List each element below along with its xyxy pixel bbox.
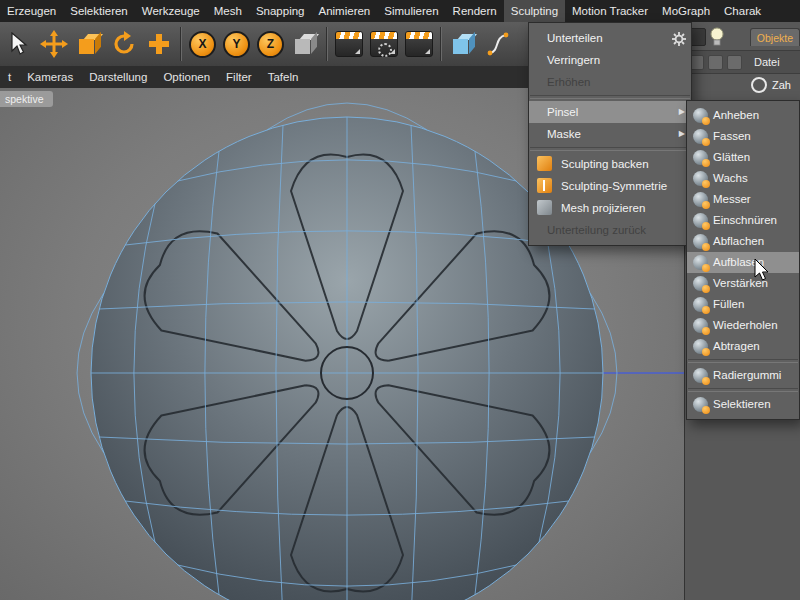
submenu-item-messer[interactable]: Messer bbox=[687, 189, 799, 210]
menu-separator bbox=[688, 388, 798, 392]
menu-item-unterteilen[interactable]: Unterteilen bbox=[529, 27, 691, 49]
glaetten-brush-icon bbox=[693, 150, 708, 165]
render-settings-icon[interactable] bbox=[370, 29, 398, 59]
menu-item-label: Pinsel bbox=[547, 106, 578, 118]
menu-item-label: Glätten bbox=[713, 151, 750, 163]
panel-menu-datei[interactable]: Datei bbox=[754, 56, 780, 68]
verstaerken-brush-icon bbox=[693, 276, 708, 291]
aufblasen-brush-icon bbox=[693, 255, 708, 270]
menu-selektieren[interactable]: Selektieren bbox=[63, 0, 135, 22]
viewport-menu-tafeln[interactable]: Tafeln bbox=[260, 66, 307, 88]
menu-separator bbox=[530, 95, 690, 99]
add-tool-icon[interactable] bbox=[145, 29, 173, 59]
toolbar-separator bbox=[440, 27, 442, 61]
coordinate-system-icon[interactable] bbox=[291, 29, 319, 59]
menu-item-unterteilung-zurueck[interactable]: Unterteilung zurück bbox=[529, 219, 691, 241]
render-view-icon[interactable] bbox=[335, 29, 363, 59]
scale-tool-icon[interactable] bbox=[75, 29, 103, 59]
menu-sculpting[interactable]: Sculpting bbox=[504, 0, 565, 22]
submenu-item-einschnueren[interactable]: Einschnüren bbox=[687, 210, 799, 231]
light-icon[interactable] bbox=[710, 27, 724, 47]
submenu-item-glaetten[interactable]: Glätten bbox=[687, 147, 799, 168]
submenu-item-wachs[interactable]: Wachs bbox=[687, 168, 799, 189]
panel-icon[interactable] bbox=[708, 55, 723, 70]
viewport-menu-filter[interactable]: Filter bbox=[218, 66, 260, 88]
tab-objekte[interactable]: Objekte bbox=[750, 28, 800, 46]
menu-werkzeuge[interactable]: Werkzeuge bbox=[135, 0, 207, 22]
menu-rendern[interactable]: Rendern bbox=[446, 0, 504, 22]
menu-item-label: Erhöhen bbox=[547, 76, 590, 88]
spline-pen-icon[interactable] bbox=[484, 29, 512, 59]
menu-separator bbox=[530, 147, 690, 151]
menu-item-label: Wachs bbox=[713, 172, 748, 184]
menu-erzeugen[interactable]: Erzeugen bbox=[0, 0, 63, 22]
viewport-menu-optionen[interactable]: Optionen bbox=[155, 66, 218, 88]
submenu-item-fassen[interactable]: Fassen bbox=[687, 126, 799, 147]
menu-item-label: Füllen bbox=[713, 298, 744, 310]
viewport-menu-ansicht[interactable]: t bbox=[0, 66, 19, 88]
submenu-item-selektieren[interactable]: Selektieren bbox=[687, 394, 799, 415]
project-mesh-icon bbox=[537, 200, 552, 215]
menu-mograph[interactable]: MoGraph bbox=[655, 0, 717, 22]
move-tool-icon[interactable] bbox=[40, 29, 68, 59]
submenu-item-anheben[interactable]: Anheben bbox=[687, 105, 799, 126]
menubar: Erzeugen Selektieren Werkzeuge Mesh Snap… bbox=[0, 0, 800, 22]
menu-item-label: Selektieren bbox=[713, 398, 771, 410]
menu-item-label: Maske bbox=[547, 128, 581, 140]
menu-item-sculpting-backen[interactable]: Sculpting backen bbox=[529, 153, 691, 175]
submenu-arrow-icon: ▶ bbox=[679, 101, 685, 123]
object-list-item[interactable]: Zah bbox=[685, 74, 800, 96]
menu-item-label: Fassen bbox=[713, 130, 751, 142]
viewport-menu-darstellung[interactable]: Darstellung bbox=[81, 66, 155, 88]
radiergummi-brush-icon bbox=[693, 368, 708, 383]
submenu-item-abtragen[interactable]: Abtragen bbox=[687, 336, 799, 357]
menu-item-maske[interactable]: Maske ▶ bbox=[529, 123, 691, 145]
camera-label: spektive bbox=[0, 91, 53, 107]
menu-item-erhoehen[interactable]: Erhöhen bbox=[529, 71, 691, 93]
abflachen-brush-icon bbox=[693, 234, 708, 249]
menu-item-mesh-projizieren[interactable]: Mesh projizieren bbox=[529, 197, 691, 219]
menu-item-label: Sculpting backen bbox=[561, 158, 649, 170]
z-axis-lock-button[interactable]: Z bbox=[257, 31, 284, 58]
submenu-item-wiederholen[interactable]: Wiederholen bbox=[687, 315, 799, 336]
submenu-item-verstaerken[interactable]: Verstärken bbox=[687, 273, 799, 294]
menu-mesh[interactable]: Mesh bbox=[207, 0, 249, 22]
wachs-brush-icon bbox=[693, 171, 708, 186]
submenu-item-radiergummi[interactable]: Radiergummi bbox=[687, 365, 799, 386]
menu-animieren[interactable]: Animieren bbox=[311, 0, 377, 22]
rotate-tool-icon[interactable] bbox=[110, 29, 138, 59]
menu-item-label: Mesh projizieren bbox=[561, 202, 645, 214]
submenu-item-abflachen[interactable]: Abflachen bbox=[687, 231, 799, 252]
messer-brush-icon bbox=[693, 192, 708, 207]
menu-item-label: Abtragen bbox=[713, 340, 760, 352]
y-axis-lock-button[interactable]: Y bbox=[223, 31, 250, 58]
x-axis-lock-button[interactable]: X bbox=[189, 31, 216, 58]
add-object-icon[interactable] bbox=[449, 29, 477, 59]
menu-motion-tracker[interactable]: Motion Tracker bbox=[565, 0, 655, 22]
menu-item-label: Radiergummi bbox=[713, 369, 781, 381]
submenu-item-fuellen[interactable]: Füllen bbox=[687, 294, 799, 315]
menu-simulieren[interactable]: Simulieren bbox=[377, 0, 445, 22]
pinsel-submenu: Anheben Fassen Glätten Wachs Messer Eins… bbox=[686, 100, 800, 420]
render-queue-icon[interactable] bbox=[405, 29, 433, 59]
object-icon bbox=[751, 77, 767, 93]
menu-item-label: Wiederholen bbox=[713, 319, 778, 331]
menu-item-pinsel[interactable]: Pinsel ▶ bbox=[529, 101, 691, 123]
viewport-menu-kameras[interactable]: Kameras bbox=[19, 66, 81, 88]
fassen-brush-icon bbox=[693, 129, 708, 144]
menu-item-label: Anheben bbox=[713, 109, 759, 121]
menu-item-label: Unterteilen bbox=[547, 32, 603, 44]
gear-icon[interactable] bbox=[672, 31, 686, 49]
menu-item-verringern[interactable]: Verringern bbox=[529, 49, 691, 71]
menu-charakter[interactable]: Charak bbox=[717, 0, 768, 22]
fuellen-brush-icon bbox=[693, 297, 708, 312]
panel-icon[interactable] bbox=[727, 55, 742, 70]
wiederholen-brush-icon bbox=[693, 318, 708, 333]
live-selection-icon[interactable] bbox=[5, 29, 33, 59]
menu-item-label: Sculpting-Symmetrie bbox=[561, 180, 667, 192]
menu-snapping[interactable]: Snapping bbox=[249, 0, 312, 22]
menu-item-label: Verringern bbox=[547, 54, 600, 66]
toolbar-separator bbox=[326, 27, 328, 61]
menu-item-sculpting-symmetrie[interactable]: Sculpting-Symmetrie bbox=[529, 175, 691, 197]
submenu-item-aufblasen[interactable]: Aufblasen bbox=[687, 252, 799, 273]
